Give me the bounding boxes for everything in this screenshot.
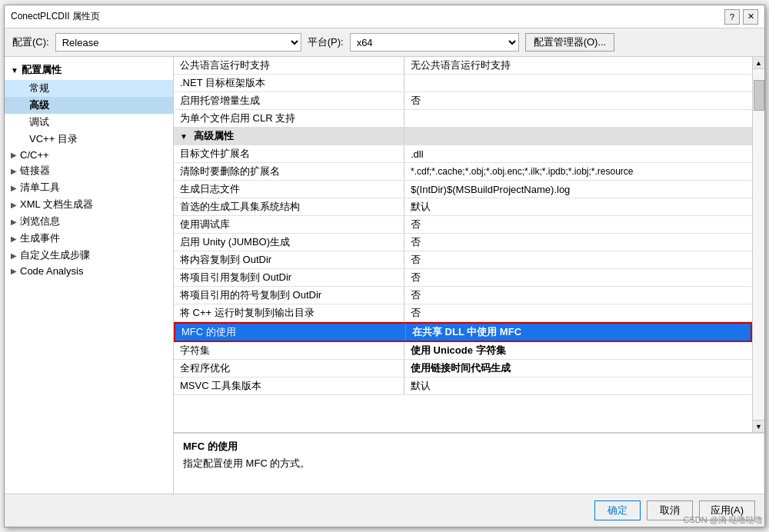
custom-build-arrow-icon: ▶ bbox=[11, 251, 17, 260]
prop-name: 清除时要删除的扩展名 bbox=[174, 163, 404, 180]
table-row: 将项目引用复制到 OutDir 否 bbox=[174, 269, 752, 287]
prop-name: 为单个文件启用 CLR 支持 bbox=[174, 110, 404, 127]
table-row: 公共语言运行时支持 无公共语言运行时支持 bbox=[174, 57, 752, 75]
bottom-bar: 确定 取消 应用(A) bbox=[5, 494, 764, 527]
main-dialog: ConectPLCDII 属性页 ? ✕ 配置(C): Release 平台(P… bbox=[4, 5, 765, 527]
table-row: 目标文件扩展名 .dll bbox=[174, 145, 752, 163]
table-row: MSVC 工具集版本 默认 bbox=[174, 377, 752, 395]
prop-name: .NET 目标框架版本 bbox=[174, 75, 404, 91]
prop-name: 将 C++ 运行时复制到输出目录 bbox=[174, 304, 404, 321]
xml-arrow-icon: ▶ bbox=[11, 201, 17, 209]
sidebar-item-linker[interactable]: ▶ 链接器 bbox=[5, 162, 173, 179]
table-row: 启用 Unity (JUMBO)生成 否 bbox=[174, 234, 752, 251]
table-row: 生成日志文件 $(IntDir)$(MSBuildProjectName).lo… bbox=[174, 181, 752, 198]
main-area: ▼ 配置属性 常规 高级 调试 VC++ 目录 ▶ C/C++ ▶ 链接器 ▶ … bbox=[5, 57, 764, 494]
sidebar-item-custom-build[interactable]: ▶ 自定义生成步骤 bbox=[5, 247, 173, 264]
section-header-name: ▼ 高级属性 bbox=[174, 128, 404, 145]
section-collapse-icon[interactable]: ▼ bbox=[180, 132, 188, 141]
sidebar-item-build-events[interactable]: ▶ 生成事件 bbox=[5, 230, 173, 247]
config-select[interactable]: Release bbox=[55, 33, 301, 52]
close-button[interactable]: ✕ bbox=[743, 9, 758, 25]
prop-value: 否 bbox=[404, 269, 752, 286]
toolbar: 配置(C): Release 平台(P): x64 配置管理器(O)... bbox=[5, 28, 764, 57]
table-row: .NET 目标框架版本 bbox=[174, 75, 752, 92]
prop-name: 字符集 bbox=[174, 342, 404, 359]
prop-name: 将项目引用的符号复制到 OutDir bbox=[174, 287, 404, 304]
description-title: MFC 的使用 bbox=[183, 440, 755, 454]
sidebar-root-label: 配置属性 bbox=[22, 63, 62, 77]
scroll-thumb[interactable] bbox=[754, 80, 764, 111]
table-row-mfc[interactable]: MFC 的使用 在共享 DLL 中使用 MFC bbox=[174, 322, 752, 342]
linker-arrow-icon: ▶ bbox=[11, 167, 17, 175]
manifest-arrow-icon: ▶ bbox=[11, 184, 17, 192]
table-row: 为单个文件启用 CLR 支持 bbox=[174, 110, 752, 128]
sidebar-item-xml-label: XML 文档生成器 bbox=[20, 198, 93, 211]
content-area: 公共语言运行时支持 无公共语言运行时支持 .NET 目标框架版本 启用托管增量生… bbox=[174, 57, 764, 494]
sidebar-item-code-analysis[interactable]: ▶ Code Analysis bbox=[5, 264, 173, 278]
sidebar-item-cpp-label: C/C++ bbox=[20, 149, 49, 161]
prop-value: 否 bbox=[404, 304, 752, 321]
scroll-up-button[interactable]: ▲ bbox=[753, 57, 764, 69]
sidebar-item-vcpp-dirs[interactable]: VC++ 目录 bbox=[5, 131, 173, 148]
sidebar-item-xml-gen[interactable]: ▶ XML 文档生成器 bbox=[5, 196, 173, 213]
description-text: 指定配置使用 MFC 的方式。 bbox=[183, 457, 755, 470]
sidebar-item-cpp[interactable]: ▶ C/C++ bbox=[5, 148, 173, 162]
sidebar-item-manifest-label: 清单工具 bbox=[20, 181, 60, 195]
prop-name: 使用调试库 bbox=[174, 216, 404, 233]
config-label: 配置(C): bbox=[12, 35, 49, 49]
prop-value: 否 bbox=[404, 92, 752, 109]
prop-value: 否 bbox=[404, 251, 752, 268]
table-row: 首选的生成工具集系统结构 默认 bbox=[174, 198, 752, 216]
sidebar-item-linker-label: 链接器 bbox=[20, 164, 50, 178]
prop-name: 将内容复制到 OutDir bbox=[174, 251, 404, 268]
prop-value: 否 bbox=[404, 234, 752, 251]
sidebar-item-custom-build-label: 自定义生成步骤 bbox=[20, 248, 90, 262]
help-button[interactable]: ? bbox=[724, 9, 740, 25]
prop-value: 使用链接时间代码生成 bbox=[404, 360, 752, 377]
prop-name: 目标文件扩展名 bbox=[174, 145, 404, 162]
sidebar-item-browse[interactable]: ▶ 浏览信息 bbox=[5, 213, 173, 230]
prop-value bbox=[404, 110, 752, 127]
ok-button[interactable]: 确定 bbox=[594, 500, 641, 520]
prop-value: 默认 bbox=[404, 198, 752, 215]
platform-label: 平台(P): bbox=[308, 35, 344, 49]
sidebar-item-build-events-label: 生成事件 bbox=[20, 231, 60, 245]
code-analysis-arrow-icon: ▶ bbox=[11, 267, 17, 275]
prop-value: $(IntDir)$(MSBuildProjectName).log bbox=[404, 181, 752, 198]
title-bar-buttons: ? ✕ bbox=[724, 9, 758, 25]
sidebar-root[interactable]: ▼ 配置属性 bbox=[5, 60, 173, 80]
prop-value: 默认 bbox=[404, 377, 752, 394]
scroll-down-button[interactable]: ▼ bbox=[753, 420, 764, 432]
build-events-arrow-icon: ▶ bbox=[11, 234, 17, 243]
cancel-button[interactable]: 取消 bbox=[647, 500, 693, 520]
prop-name: 启用托管增量生成 bbox=[174, 92, 404, 109]
sidebar-item-manifest[interactable]: ▶ 清单工具 bbox=[5, 179, 173, 196]
scrollbar-vertical[interactable]: ▲ ▼ bbox=[752, 57, 764, 432]
table-row: 将 C++ 运行时复制到输出目录 否 bbox=[174, 304, 752, 322]
sidebar-item-advanced[interactable]: 高级 bbox=[5, 97, 173, 114]
prop-value: *.cdf;*.cache;*.obj;*.obj.enc;*.ilk;*.ip… bbox=[404, 163, 752, 180]
prop-value: 无公共语言运行时支持 bbox=[404, 57, 752, 74]
property-table: 公共语言运行时支持 无公共语言运行时支持 .NET 目标框架版本 启用托管增量生… bbox=[174, 57, 752, 432]
prop-name: 公共语言运行时支持 bbox=[174, 57, 404, 74]
prop-value bbox=[404, 75, 752, 91]
browse-arrow-icon: ▶ bbox=[11, 218, 17, 226]
prop-name: 将项目引用复制到 OutDir bbox=[174, 269, 404, 286]
table-row: 启用托管增量生成 否 bbox=[174, 92, 752, 110]
sidebar-item-debug[interactable]: 调试 bbox=[5, 114, 173, 131]
prop-name: 启用 Unity (JUMBO)生成 bbox=[174, 234, 404, 251]
table-row-section: ▼ 高级属性 bbox=[174, 128, 752, 145]
root-arrow-icon: ▼ bbox=[11, 66, 18, 75]
sidebar-item-browse-label: 浏览信息 bbox=[20, 214, 60, 228]
config-manager-button[interactable]: 配置管理器(O)... bbox=[525, 33, 615, 52]
prop-value: 使用 Unicode 字符集 bbox=[404, 342, 752, 359]
platform-select[interactable]: x64 bbox=[350, 33, 519, 52]
prop-value: 否 bbox=[404, 216, 752, 233]
title-bar: ConectPLCDII 属性页 ? ✕ bbox=[5, 5, 764, 28]
table-row: 全程序优化 使用链接时间代码生成 bbox=[174, 360, 752, 377]
sidebar-item-general[interactable]: 常规 bbox=[5, 80, 173, 97]
table-row: 字符集 使用 Unicode 字符集 bbox=[174, 342, 752, 360]
prop-name: MSVC 工具集版本 bbox=[174, 377, 404, 394]
apply-button[interactable]: 应用(A) bbox=[699, 500, 755, 520]
prop-name: 全程序优化 bbox=[174, 360, 404, 377]
